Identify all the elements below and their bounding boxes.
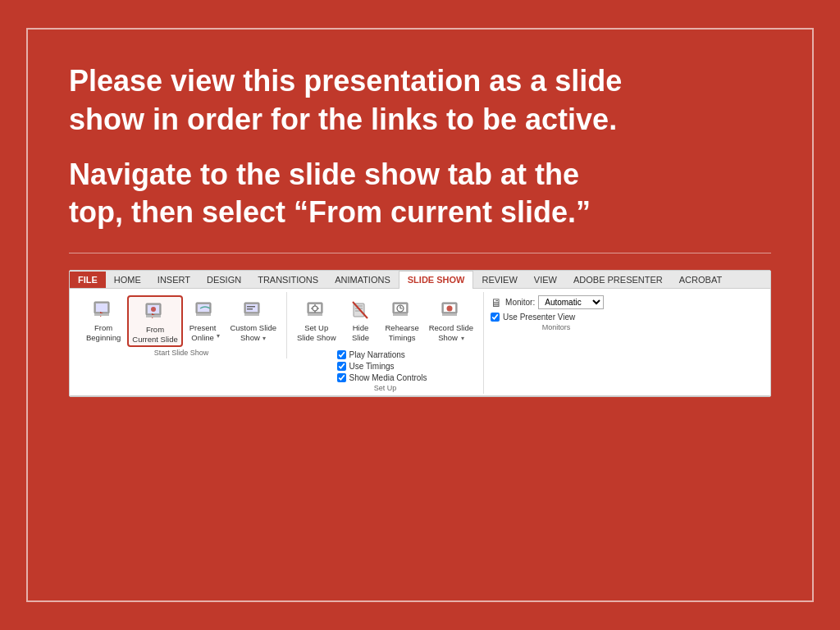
setup-slide-show-button[interactable]: Set UpSlide Show (294, 295, 340, 344)
ribbon: FILE HOME INSERT DESIGN TRANSITIONS ANIM… (69, 270, 771, 397)
from-current-slide-button[interactable]: FromCurrent Slide (127, 295, 182, 347)
main-text: Please view this presentation as a slide… (69, 62, 771, 139)
rehearse-timings-button[interactable]: RehearseTimings (382, 295, 422, 344)
tab-animations[interactable]: ANIMATIONS (326, 272, 399, 288)
tab-home[interactable]: HOME (106, 272, 149, 288)
sub-text: Navigate to the slide show tab at the to… (69, 156, 771, 233)
presenter-view-label: Use Presenter View (503, 313, 575, 322)
hide-slide-label: HideSlide (352, 323, 369, 342)
svg-point-6 (151, 307, 156, 312)
play-narrations-checkbox[interactable]: Play Narrations (337, 350, 427, 359)
svg-rect-24 (308, 313, 322, 316)
start-slideshow-buttons: FromBeginning (83, 292, 280, 347)
main-text-line1: Please view this presentation as a slide (69, 64, 622, 98)
svg-rect-1 (96, 304, 107, 312)
use-timings-checkbox[interactable]: Use Timings (337, 362, 427, 371)
present-online-label: PresentOnline ▾ (189, 323, 221, 342)
from-current-slide-label: FromCurrent Slide (132, 325, 177, 344)
tab-view[interactable]: VIEW (526, 272, 565, 288)
from-beginning-icon (90, 297, 116, 323)
ribbon-content: FromBeginning (70, 289, 770, 396)
monitor-label: Monitor: (505, 298, 535, 307)
present-online-button[interactable]: PresentOnline ▾ (186, 295, 224, 344)
custom-show-button[interactable]: Custom SlideShow ▾ (226, 295, 280, 344)
divider (69, 253, 771, 253)
svg-rect-14 (247, 306, 255, 308)
setup-label: Set UpSlide Show (297, 323, 336, 342)
set-up-buttons: Set UpSlide Show (294, 292, 477, 344)
from-beginning-label: FromBeginning (86, 323, 121, 342)
ribbon-tabs: FILE HOME INSERT DESIGN TRANSITIONS ANIM… (70, 271, 770, 289)
record-label: Record SlideShow ▾ (429, 323, 473, 342)
tab-insert[interactable]: INSERT (149, 272, 199, 288)
tab-transitions[interactable]: TRANSITIONS (249, 272, 326, 288)
svg-point-38 (446, 306, 452, 312)
svg-rect-11 (196, 313, 211, 316)
svg-rect-13 (246, 304, 258, 312)
tab-slide-show[interactable]: SLIDE SHOW (399, 271, 474, 289)
custom-show-label: Custom SlideShow ▾ (230, 323, 276, 342)
show-media-controls-checkbox[interactable]: Show Media Controls (337, 373, 427, 382)
svg-rect-8 (146, 315, 161, 317)
monitor-select-row: 🖥 Monitor: Automatic Monitor 1 (491, 295, 622, 309)
svg-rect-39 (442, 313, 457, 316)
monitor-dropdown[interactable]: Automatic Monitor 1 (538, 295, 604, 309)
use-timings-input[interactable] (337, 362, 346, 371)
monitors-group-label: Monitors (542, 322, 571, 333)
from-beginning-button[interactable]: FromBeginning (83, 295, 124, 344)
rehearse-label: RehearseTimings (386, 323, 419, 342)
tab-review[interactable]: REVIEW (473, 272, 525, 288)
svg-rect-35 (393, 313, 408, 316)
monitors-area: 🖥 Monitor: Automatic Monitor 1 Use Prese… (491, 292, 622, 322)
svg-rect-10 (198, 304, 209, 312)
play-narrations-label: Play Narrations (349, 350, 405, 359)
play-narrations-input[interactable] (337, 350, 346, 359)
sub-text-line1: Navigate to the slide show tab at the (69, 158, 579, 191)
set-up-checkboxes: Play Narrations Use Timings Show Media C… (337, 344, 434, 382)
use-timings-label: Use Timings (349, 362, 395, 371)
hide-slide-icon (348, 297, 374, 323)
present-online-icon (192, 297, 218, 323)
sub-text-line2: top, then select “From current slide.” (69, 195, 591, 229)
svg-rect-16 (244, 313, 259, 316)
svg-rect-3 (94, 313, 109, 316)
custom-show-icon (240, 297, 267, 323)
tab-file[interactable]: FILE (70, 272, 106, 288)
presenter-view-checkbox[interactable] (491, 313, 500, 322)
record-slide-show-button[interactable]: Record SlideShow ▾ (426, 295, 477, 344)
record-slideshow-icon (438, 297, 464, 323)
presenter-view-row: Use Presenter View (491, 313, 622, 322)
group-monitors: 🖥 Monitor: Automatic Monitor 1 Use Prese… (484, 292, 628, 349)
tab-design[interactable]: DESIGN (199, 272, 249, 288)
rehearse-timings-icon (389, 297, 415, 323)
group-start-slide-show: FromBeginning (76, 292, 287, 358)
main-text-line2: show in order for the links to be active… (69, 103, 617, 136)
hide-slide-button[interactable]: HideSlide (343, 295, 379, 344)
from-current-slide-icon (142, 299, 168, 325)
setup-slideshow-icon (304, 297, 330, 323)
monitor-icon: 🖥 (491, 296, 502, 309)
set-up-group-label: Set Up (374, 382, 397, 394)
tab-acrobat[interactable]: ACROBAT (671, 272, 730, 288)
slide-container: Please view this presentation as a slide… (26, 28, 814, 602)
tab-adobe[interactable]: ADOBE PRESENTER (565, 272, 671, 288)
group-set-up: Set UpSlide Show (287, 292, 484, 394)
show-media-label: Show Media Controls (349, 373, 427, 382)
show-media-input[interactable] (337, 373, 346, 382)
start-slide-show-group-label: Start Slide Show (154, 347, 209, 358)
svg-rect-15 (247, 308, 253, 310)
